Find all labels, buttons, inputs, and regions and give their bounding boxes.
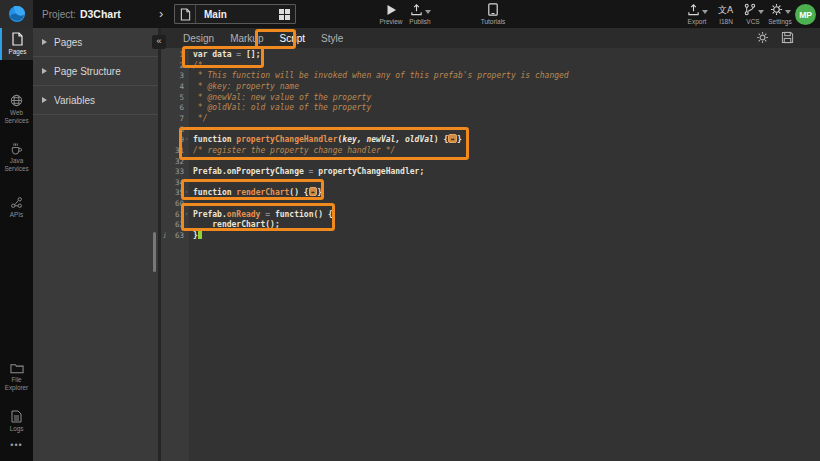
rail-item-logs[interactable]: Logs [0, 406, 33, 437]
tab-script[interactable]: Script [280, 33, 306, 44]
line-number-3: 3 [161, 70, 189, 81]
panel-item-page-structure[interactable]: Page Structure [33, 57, 158, 86]
line-number-34: 34 [161, 177, 189, 188]
code-area[interactable]: var data = [];/* * This function will be… [189, 48, 820, 461]
rail-more-button[interactable]: ••• [0, 440, 33, 454]
save-icon[interactable] [781, 31, 794, 44]
export-icon [687, 3, 700, 16]
code-line-7: */ [193, 113, 820, 124]
export-label: Export [688, 18, 707, 25]
rail-item-pages[interactable]: Pages [0, 28, 33, 60]
rail-item-label: Web Services [0, 109, 33, 125]
line-number-4: 4 [161, 81, 189, 92]
panel-collapse-button[interactable]: « [152, 35, 166, 49]
editor-tabbar: DesignMarkupScriptStyle [161, 28, 820, 48]
code-editor[interactable]: 123456789›3132333435›6061›62i63 var data… [161, 48, 820, 461]
rail-item-label: Pages [9, 48, 27, 56]
fold-marker-icon[interactable]: › [184, 209, 188, 220]
user-avatar[interactable]: MP [795, 4, 816, 25]
panel-scrollbar[interactable] [153, 232, 156, 272]
rail-item-file-explorer[interactable]: File Explorer [0, 358, 33, 396]
code-line-31: /* register the property change handler … [193, 145, 820, 156]
preview-label: Preview [379, 18, 402, 25]
panel-item-pages[interactable]: Pages [33, 28, 158, 57]
panel-item-label: Variables [54, 95, 95, 106]
code-line-34 [193, 177, 820, 188]
expand-triangle-icon [42, 39, 47, 45]
breadcrumb-chevron-icon: › [159, 6, 171, 22]
line-number-8: 8 [161, 124, 189, 135]
logs-icon [11, 410, 22, 423]
export-button[interactable]: Export [680, 3, 714, 27]
project-name: D3Chart [80, 8, 121, 20]
settings-button[interactable]: Settings [763, 3, 797, 27]
project-breadcrumb: Project: D3Chart [42, 0, 121, 28]
rail-item-web-services[interactable]: Web Services [0, 90, 33, 129]
page-grid-icon[interactable] [279, 9, 290, 20]
editor-settings-gear-icon[interactable] [756, 31, 769, 44]
rail-item-apis[interactable]: APIs [0, 192, 33, 223]
publish-button[interactable]: Publish [402, 3, 438, 27]
tab-design[interactable]: Design [183, 33, 214, 44]
left-rail: PagesWeb ServicesJava ServicesAPIsFile E… [0, 28, 33, 461]
code-line-61: Prefab.onReady = function() { [193, 209, 820, 220]
settings-gear-icon [770, 3, 783, 16]
folded-code-widget[interactable]: ↔ [448, 134, 457, 143]
code-line-6: * @oldVal: old value of the property [193, 102, 820, 113]
page-icon [11, 32, 24, 46]
code-line-1: var data = []; [193, 49, 820, 60]
tutorials-device-icon [488, 3, 498, 16]
tab-style[interactable]: Style [321, 33, 343, 44]
line-number-35: 35› [161, 187, 189, 198]
wavemaker-logo-icon [8, 5, 26, 23]
code-line-62: renderChart(); [193, 219, 820, 230]
wavemaker-studio: Project: D3Chart › Main Preview Publish … [0, 0, 820, 461]
code-line-2: /* [193, 60, 820, 71]
code-line-33: Prefab.onPropertyChange = propertyChange… [193, 166, 820, 177]
text-cursor [198, 231, 202, 240]
i18n-button[interactable]: 文A I18N [712, 3, 740, 27]
svg-text:文A: 文A [718, 5, 734, 15]
panel-item-label: Pages [54, 37, 82, 48]
publish-caret-icon [425, 10, 431, 14]
export-caret-icon [702, 10, 708, 14]
page-name: Main [196, 9, 279, 20]
fold-marker-icon[interactable]: › [184, 187, 188, 198]
i18n-label: I18N [719, 18, 733, 25]
panel-item-variables[interactable]: Variables [33, 86, 158, 115]
line-number-9: 9› [161, 134, 189, 145]
panel-separator[interactable] [158, 28, 161, 461]
line-number-7: 7 [161, 113, 189, 124]
preview-play-icon [386, 3, 397, 16]
line-number-32: 32 [161, 156, 189, 167]
topbar: Project: D3Chart › Main Preview Publish … [0, 0, 820, 28]
line-number-31: 31 [161, 145, 189, 156]
rail-item-label: APIs [10, 211, 23, 219]
gutter-info-marker: i [163, 230, 165, 241]
api-icon [10, 196, 23, 209]
main-area: DesignMarkupScriptStyle 123456789›313233… [161, 28, 820, 461]
line-number-33: 33 [161, 166, 189, 177]
line-number-63: i63 [161, 230, 189, 241]
editor-gutter: 123456789›3132333435›6061›62i63 [161, 48, 189, 461]
code-line-35: function renderChart() {↔} [193, 187, 820, 198]
project-label: Project: [42, 9, 76, 20]
tab-markup[interactable]: Markup [230, 33, 263, 44]
code-line-9: function propertyChangeHandler(key, newV… [193, 134, 820, 145]
line-number-60: 60 [161, 198, 189, 209]
code-line-8 [193, 124, 820, 135]
folded-code-widget[interactable]: ↔ [309, 187, 318, 196]
rail-item-java-services[interactable]: Java Services [0, 138, 33, 177]
vcs-label: VCS [746, 18, 759, 25]
line-number-6: 6 [161, 102, 189, 113]
line-number-5: 5 [161, 92, 189, 103]
i18n-translate-icon: 文A [718, 3, 734, 16]
app-logo[interactable] [0, 0, 33, 28]
page-selector[interactable]: Main [174, 4, 296, 24]
pages-panel: PagesPage StructureVariables [33, 28, 158, 461]
settings-label: Settings [768, 18, 792, 25]
code-line-63: } [193, 230, 820, 241]
tutorials-button[interactable]: Tutorials [476, 3, 510, 27]
fold-marker-icon[interactable]: › [184, 134, 188, 145]
rail-item-label: Java Services [0, 157, 33, 173]
